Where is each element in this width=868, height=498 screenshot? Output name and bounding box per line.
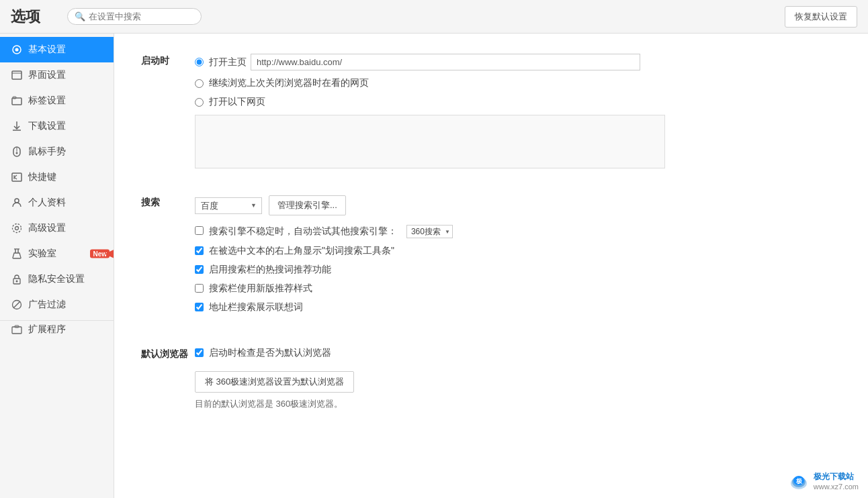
startup-custom-radio[interactable] xyxy=(195,98,204,107)
sidebar-item-lab-label: 实验室 xyxy=(28,248,56,260)
toolbar-checkbox[interactable] xyxy=(195,246,204,255)
profile-icon xyxy=(11,197,23,209)
startup-custom-label: 打开以下网页 xyxy=(209,96,265,108)
default-browser-note: 目前的默认浏览器是 360极速浏览器。 xyxy=(195,398,841,410)
toolbar-label: 在被选中文本的右上角显示"划词搜索工具条" xyxy=(209,245,394,257)
sidebar-item-advanced[interactable]: 高级设置 xyxy=(0,215,114,241)
default-browser-label: 默认浏览器 xyxy=(141,347,195,410)
restore-default-button[interactable]: 恢复默认设置 xyxy=(785,6,857,28)
suggest-checkbox[interactable] xyxy=(195,303,204,311)
default-browser-check-row: 启动时检查是否为默认浏览器 xyxy=(195,347,841,359)
watermark-site-name: 极光下载站 xyxy=(814,471,859,483)
engine-dropdown[interactable]: 百度 Google 必应 搜狗 xyxy=(195,197,262,214)
search-checkbox-fallback: 搜索引擎不稳定时，自动尝试其他搜索引擎： 360搜索 xyxy=(195,225,841,238)
sidebar-item-tabs[interactable]: 标签设置 xyxy=(0,88,114,113)
startup-homepage-label[interactable]: 打开主页 xyxy=(209,56,247,68)
sidebar-item-basic-label: 基本设置 xyxy=(28,44,66,56)
tabs-icon xyxy=(11,95,23,107)
sidebar-item-lab[interactable]: 实验室 New ➤ xyxy=(0,241,114,266)
sidebar-item-download[interactable]: 下载设置 xyxy=(0,113,114,139)
sidebar-item-shortcut[interactable]: 快捷键 xyxy=(0,164,114,190)
sidebar-item-basic[interactable]: 基本设置 xyxy=(0,37,114,62)
set-default-button-wrap: 将 360极速浏览器设置为默认浏览器 xyxy=(195,366,841,393)
mouse-icon xyxy=(11,146,23,158)
startup-section: 启动时 打开主页 继续浏览上次关闭浏览器时在看的网页 打开以下网页 xyxy=(141,54,841,168)
sidebar-item-interface[interactable]: 界面设置 xyxy=(0,62,114,88)
fallback-checkbox[interactable] xyxy=(195,226,204,235)
search-input[interactable] xyxy=(89,11,196,21)
sidebar-item-extension-label: 扩展程序 xyxy=(28,323,66,336)
svg-point-16 xyxy=(15,227,19,230)
default-browser-checkbox[interactable] xyxy=(195,348,204,357)
search-label: 搜索 xyxy=(141,195,195,320)
sidebar-item-privacy-label: 隐私安全设置 xyxy=(28,273,85,285)
sidebar-item-extension[interactable]: 扩展程序 xyxy=(0,320,114,342)
startup-option-continue: 继续浏览上次关闭浏览器时在看的网页 xyxy=(195,77,841,89)
sidebar-item-mouse-label: 鼠标手势 xyxy=(28,146,66,158)
adfilter-icon xyxy=(11,299,23,311)
startup-continue-label: 继续浏览上次关闭浏览器时在看的网页 xyxy=(209,77,369,89)
interface-icon xyxy=(11,69,23,81)
sidebar-item-profile-label: 个人资料 xyxy=(28,197,66,209)
download-icon xyxy=(11,120,23,132)
engine-selector-row: 百度 Google 必应 搜狗 管理搜索引擎... xyxy=(195,195,841,215)
search-section: 搜索 百度 Google 必应 搜狗 管理搜索引擎... xyxy=(141,195,841,320)
sidebar-item-advanced-label: 高级设置 xyxy=(28,222,66,234)
sidebar-item-privacy[interactable]: 隐私安全设置 xyxy=(0,266,114,292)
watermark-icon: 极 xyxy=(788,470,810,491)
newstyle-checkbox[interactable] xyxy=(195,284,204,293)
page-title: 选项 xyxy=(11,7,40,27)
startup-continue-radio[interactable] xyxy=(195,79,204,88)
new-badge: New xyxy=(90,250,110,258)
search-checkbox-newstyle: 搜索栏使用新版推荐样式 xyxy=(195,283,841,295)
sidebar-item-profile[interactable]: 个人资料 xyxy=(0,190,114,215)
svg-text:极: 极 xyxy=(795,478,802,485)
svg-point-17 xyxy=(13,224,21,233)
homepage-url-input[interactable] xyxy=(251,54,640,70)
default-browser-section: 默认浏览器 启动时检查是否为默认浏览器 将 360极速浏览器设置为默认浏览器 目… xyxy=(141,347,841,410)
svg-line-24 xyxy=(13,301,20,308)
search-checkbox-toolbar: 在被选中文本的右上角显示"划词搜索工具条" xyxy=(195,245,841,257)
manage-engines-button[interactable]: 管理搜索引擎... xyxy=(269,195,346,215)
custom-pages-textarea-box xyxy=(195,115,665,168)
sidebar-item-adfilter[interactable]: 广告过滤 xyxy=(0,292,114,317)
default-browser-check-label: 启动时检查是否为默认浏览器 xyxy=(209,347,331,359)
fallback-engine-dropdown[interactable]: 360搜索 xyxy=(406,225,453,238)
fallback-engine-wrap[interactable]: 360搜索 xyxy=(402,225,453,238)
svg-point-1 xyxy=(15,48,19,52)
watermark-text-block: 极光下载站 www.xz7.com xyxy=(814,471,859,491)
sidebar-item-download-label: 下载设置 xyxy=(28,120,66,132)
startup-option-custom: 打开以下网页 xyxy=(195,96,841,108)
fallback-label: 搜索引擎不稳定时，自动尝试其他搜索引擎： 360搜索 xyxy=(209,225,453,238)
content-area: 启动时 打开主页 继续浏览上次关闭浏览器时在看的网页 打开以下网页 xyxy=(114,34,868,498)
svg-line-14 xyxy=(14,177,17,179)
sidebar-item-shortcut-label: 快捷键 xyxy=(28,171,56,183)
startup-homepage-radio[interactable] xyxy=(195,58,204,66)
sidebar-item-mouse[interactable]: 鼠标手势 xyxy=(0,139,114,164)
svg-rect-2 xyxy=(12,71,21,79)
shortcut-icon xyxy=(11,171,23,183)
search-icon: 🔍 xyxy=(75,11,85,21)
svg-rect-11 xyxy=(12,173,21,181)
top-bar: 选项 🔍 恢复默认设置 xyxy=(0,0,868,34)
sidebar-item-tabs-label: 标签设置 xyxy=(28,95,66,107)
startup-content: 打开主页 继续浏览上次关闭浏览器时在看的网页 打开以下网页 xyxy=(195,54,841,168)
hotword-checkbox[interactable] xyxy=(195,265,204,274)
default-browser-content: 启动时检查是否为默认浏览器 将 360极速浏览器设置为默认浏览器 目前的默认浏览… xyxy=(195,347,841,410)
svg-point-15 xyxy=(15,199,19,203)
search-bar[interactable]: 🔍 xyxy=(67,8,202,25)
svg-line-13 xyxy=(14,175,17,177)
newstyle-label: 搜索栏使用新版推荐样式 xyxy=(209,283,312,295)
basic-settings-icon xyxy=(11,44,23,56)
sidebar-item-adfilter-label: 广告过滤 xyxy=(28,299,66,311)
set-default-button[interactable]: 将 360极速浏览器设置为默认浏览器 xyxy=(195,371,354,393)
watermark-url: www.xz7.com xyxy=(814,483,859,491)
suggest-label: 地址栏搜索展示联想词 xyxy=(209,301,303,313)
svg-point-10 xyxy=(16,152,18,154)
startup-label: 启动时 xyxy=(141,54,195,168)
engine-dropdown-wrap[interactable]: 百度 Google 必应 搜狗 xyxy=(195,197,262,214)
startup-option-homepage: 打开主页 xyxy=(195,54,841,70)
lab-icon xyxy=(11,248,23,260)
privacy-icon xyxy=(11,273,23,285)
search-checkbox-suggest: 地址栏搜索展示联想词 xyxy=(195,301,841,313)
